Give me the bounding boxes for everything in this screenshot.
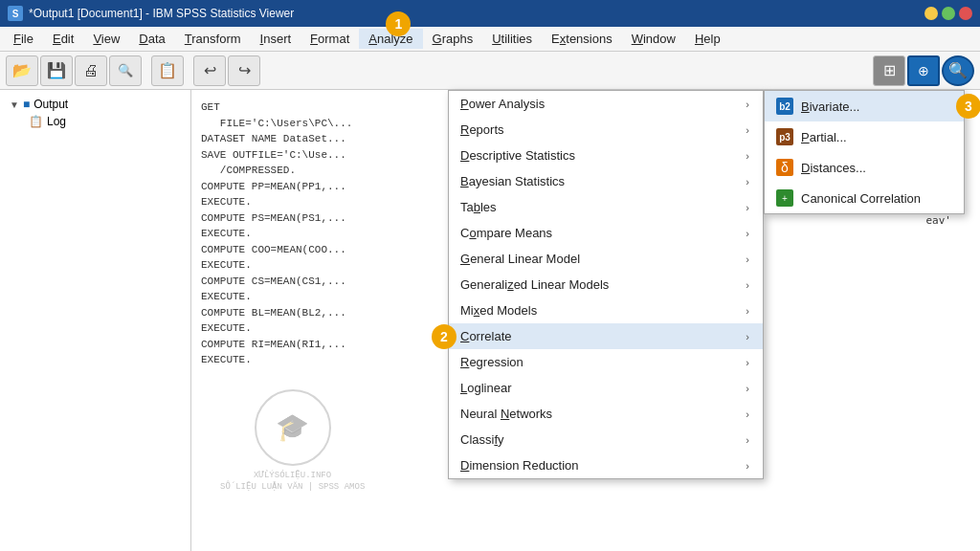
toolbar-redo[interactable]: ↪ [228,55,260,86]
chevron-classify: › [746,434,749,446]
regression-label: Regression [460,355,523,369]
menu-window[interactable]: Window [622,29,685,49]
chevron-power-analysis: › [746,99,749,110]
reports-label: Reports [460,122,504,137]
partial-icon: p3 [776,128,793,145]
toolbar-save[interactable]: 💾 [40,55,73,86]
close-button[interactable] [959,7,972,20]
menu-edit[interactable]: Edit [43,29,83,49]
menu-file[interactable]: File [4,29,43,49]
toolbar: 📂 💾 🖨 🔍 📋 ↩ ↪ ⊞ ⊕ 🔍 [0,52,980,90]
toolbar-grid[interactable]: ⊞ [873,55,905,86]
title-bar: S *Output1 [Document1] - IBM SPSS Statis… [0,0,980,27]
menu-format[interactable]: Format [301,29,359,49]
menu-data[interactable]: Data [129,29,174,49]
menu-help[interactable]: Help [685,29,730,49]
menu-item-generalized-linear-models[interactable]: Generalized Linear Models › [449,272,763,298]
menu-graphs[interactable]: Graphs [423,29,483,49]
menu-item-general-linear-model[interactable]: General Linear Model › [449,246,763,272]
menu-item-classify[interactable]: Classify › [449,427,763,452]
tables-label: Tables [460,200,497,214]
generalized-linear-models-label: Generalized Linear Models [460,277,609,292]
watermark-text2: SỐ LIỆU LUẬN VĂN | SPSS AMOS [220,481,365,494]
partial-label: Partial... [801,130,847,144]
toolbar-zoom[interactable]: 🔍 [109,55,142,86]
menu-extensions[interactable]: Extensions [542,29,622,49]
menu-item-tables[interactable]: Tables › [449,194,763,220]
toolbar-print[interactable]: 🖨 [75,55,107,86]
menu-item-compare-means[interactable]: Compare Means › [449,220,763,246]
toolbar-add[interactable]: ⊕ [907,55,940,86]
menu-item-neural-networks[interactable]: Neural Networks › [449,401,763,427]
chevron-tables: › [746,202,749,213]
menu-item-correlate[interactable]: Correlate › 2 [449,323,763,349]
power-analysis-label: Power Analysis [460,97,545,111]
mixed-models-label: Mixed Models [460,303,537,318]
sidebar-item-output[interactable]: ▼ ■ Output [6,96,185,113]
submenu-item-partial[interactable]: p3 Partial... [765,121,964,152]
sidebar-label-output: Output [33,98,68,111]
chevron-mixed: › [746,305,749,317]
menu-item-descriptive-statistics[interactable]: Descriptive Statistics › [449,143,763,168]
classify-label: Classify [460,432,504,447]
general-linear-model-label: General Linear Model [460,252,580,266]
loglinear-label: Loglinear [460,381,512,395]
menu-item-regression[interactable]: Regression › [449,349,763,375]
chevron-loglinear: › [746,383,749,394]
submenu-item-bivariate[interactable]: b2 Bivariate... 3 [765,91,964,121]
menu-view[interactable]: View [83,29,129,49]
sidebar-item-log[interactable]: 📋 Log [6,113,185,130]
chevron-compare-means: › [746,228,749,239]
analyze-dropdown-menu: Power Analysis › Reports › Descriptive S… [448,90,764,479]
chevron-gzlm: › [746,279,749,291]
bayesian-statistics-label: Bayesian Statistics [460,174,565,188]
menu-utilities[interactable]: Utilities [482,29,542,49]
correlate-submenu: b2 Bivariate... 3 p3 Partial... δ Distan… [764,90,965,214]
menu-item-reports[interactable]: Reports › [449,117,763,143]
step-badge-3: 3 [956,94,980,119]
neural-networks-label: Neural Networks [460,407,552,421]
toolbar-undo[interactable]: ↩ [193,55,226,86]
chevron-bayesian: › [746,176,749,187]
menu-bar: File Edit View Data Transform Insert For… [0,27,980,52]
canonical-label: Canonical Correlation [801,191,921,206]
maximize-button[interactable] [942,7,955,20]
submenu-item-canonical-correlation[interactable]: + Canonical Correlation [765,183,964,213]
code-partial-right: eav' [926,214,952,227]
app-icon: S [8,6,23,21]
chevron-correlate: › [746,331,749,342]
submenu-item-distances[interactable]: δ Distances... [765,152,964,183]
chevron-dimension: › [746,460,749,472]
chevron-neural: › [746,408,749,420]
menu-item-loglinear[interactable]: Loglinear › [449,375,763,401]
watermark-text1: XỬLÝSÓLIỆU.INFO [220,470,365,482]
menu-item-bayesian-statistics[interactable]: Bayesian Statistics › [449,168,763,194]
chevron-descriptive: › [746,150,749,162]
toolbar-open[interactable]: 📂 [6,55,38,86]
step-badge-1: 1 [386,11,411,36]
compare-means-label: Compare Means [460,226,552,240]
output-icon: ■ [23,98,30,111]
chevron-reports: › [746,124,749,136]
toolbar-clipboard[interactable]: 📋 [151,55,184,86]
chevron-regression: › [746,357,749,368]
step-badge-2: 2 [432,324,457,349]
menu-analyze[interactable]: Analyze 1 [359,29,422,49]
menu-item-mixed-models[interactable]: Mixed Models › [449,298,763,323]
chevron-glm: › [746,253,749,265]
minimize-button[interactable] [924,7,938,20]
menu-insert[interactable]: Insert [251,29,301,49]
toolbar-search[interactable]: 🔍 [942,55,974,86]
watermark-circle: 🎓 [255,389,331,466]
sidebar: ▼ ■ Output 📋 Log [0,90,191,551]
canonical-icon: + [776,189,793,207]
distances-icon: δ [776,159,793,176]
distances-label: Distances... [801,161,866,175]
menu-item-dimension-reduction[interactable]: Dimension Reduction › [449,452,763,478]
tree-arrow-output: ▼ [10,99,19,110]
window-title: *Output1 [Document1] - IBM SPSS Statisti… [29,7,919,20]
sidebar-label-log: Log [47,115,66,128]
dimension-reduction-label: Dimension Reduction [460,458,579,473]
menu-item-power-analysis[interactable]: Power Analysis › [449,91,763,117]
menu-transform[interactable]: Transform [175,29,251,49]
